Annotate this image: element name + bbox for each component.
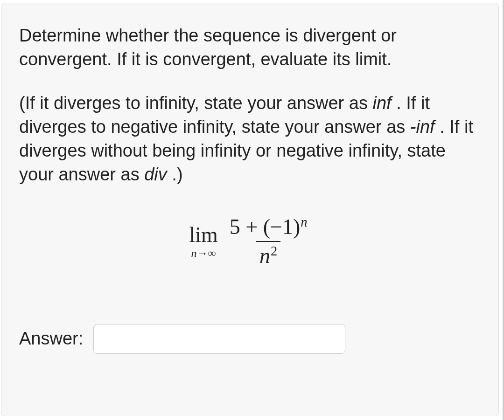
- limit-expression: lim n→∞ 5 + (−1)n n2: [19, 215, 481, 268]
- answer-row: Answer:: [19, 324, 481, 354]
- question-prompt: Determine whether the sequence is diverg…: [19, 24, 481, 72]
- sub-infinity: ∞: [208, 247, 216, 259]
- keyword-neg-inf: -inf: [410, 117, 435, 137]
- den-var: n: [259, 244, 270, 268]
- keyword-inf: inf: [373, 93, 392, 113]
- answer-format-instructions: (If it diverges to infinity, state your …: [19, 91, 481, 187]
- numerator: 5 + (−1)n: [226, 215, 311, 241]
- limit-operator: lim n→∞: [189, 224, 217, 259]
- num-exponent: n: [301, 215, 307, 229]
- sub-arrow: →: [197, 247, 208, 259]
- keyword-div: div: [144, 165, 167, 184]
- num-left: 5 + (: [230, 215, 270, 239]
- denominator: n2: [256, 241, 280, 268]
- instructions-text: (If it diverges to infinity, state your …: [19, 93, 373, 113]
- fraction: 5 + (−1)n n2: [226, 215, 311, 268]
- question-card: Determine whether the sequence is diverg…: [1, 3, 499, 416]
- den-exponent: 2: [271, 244, 277, 258]
- lim-word: lim: [189, 224, 217, 246]
- answer-label: Answer:: [19, 329, 83, 349]
- sub-n: n: [191, 247, 197, 259]
- instructions-text: .): [167, 165, 183, 184]
- lim-subscript: n→∞: [191, 248, 216, 259]
- num-neg1: −1): [270, 215, 300, 239]
- answer-input[interactable]: [93, 324, 345, 354]
